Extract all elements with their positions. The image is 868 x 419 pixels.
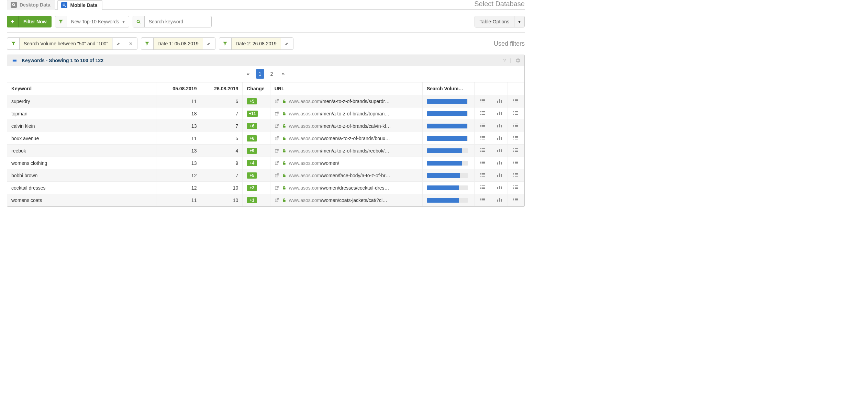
close-icon[interactable]: ✕ bbox=[125, 38, 137, 49]
cell-keyword[interactable]: cocktail dresses bbox=[7, 182, 156, 194]
svg-rect-132 bbox=[283, 188, 286, 189]
search-keyword-field[interactable] bbox=[149, 19, 207, 24]
filter-now-button[interactable]: + Filter Now bbox=[7, 16, 52, 27]
cell-url[interactable]: www.asos.com/women/coats-jackets/cat/?ci… bbox=[270, 194, 422, 206]
svg-rect-110 bbox=[513, 162, 514, 163]
row-action-menu[interactable] bbox=[508, 145, 524, 157]
cell-keyword[interactable]: superdry bbox=[7, 95, 156, 107]
external-link-icon[interactable] bbox=[275, 124, 279, 128]
tab-desktop-data[interactable]: Desktop Data bbox=[7, 0, 55, 10]
cell-date1: 12 bbox=[156, 169, 201, 182]
external-link-icon[interactable] bbox=[275, 148, 279, 153]
keyword-set-dropdown[interactable]: New Top-10 Keywords ▾ bbox=[55, 16, 129, 27]
svg-rect-139 bbox=[497, 187, 498, 189]
external-link-icon[interactable] bbox=[275, 198, 279, 203]
cell-url[interactable]: www.asos.com/women/face-body/a-to-z-of-b… bbox=[270, 169, 422, 182]
svg-rect-84 bbox=[480, 150, 481, 150]
row-action-menu[interactable] bbox=[508, 132, 524, 145]
row-action-chart[interactable] bbox=[491, 145, 508, 157]
row-action-chart[interactable] bbox=[491, 182, 508, 194]
row-action-menu[interactable] bbox=[508, 107, 524, 120]
row-action-chart[interactable] bbox=[491, 120, 508, 132]
col-header-date2[interactable]: 26.08.2019 bbox=[201, 82, 243, 95]
cell-date2: 10 bbox=[201, 194, 243, 206]
row-action-menu[interactable] bbox=[508, 95, 524, 107]
external-link-icon[interactable] bbox=[275, 185, 279, 190]
external-link-icon[interactable] bbox=[275, 99, 279, 104]
cell-keyword[interactable]: calvin klein bbox=[7, 120, 156, 132]
row-action-menu[interactable] bbox=[508, 194, 524, 206]
row-action-menu[interactable] bbox=[508, 157, 524, 169]
row-action-chart[interactable] bbox=[491, 194, 508, 206]
cell-keyword[interactable]: reebok bbox=[7, 145, 156, 157]
external-link-icon[interactable] bbox=[275, 173, 279, 178]
svg-rect-52 bbox=[480, 126, 481, 127]
cell-date1: 13 bbox=[156, 145, 201, 157]
external-link-icon[interactable] bbox=[275, 161, 279, 166]
svg-rect-119 bbox=[482, 174, 485, 175]
row-action-menu[interactable] bbox=[508, 169, 524, 182]
pager-page-2[interactable]: 2 bbox=[268, 69, 276, 79]
cell-url[interactable]: www.asos.com/women/a-to-z-of-brands/boux… bbox=[270, 132, 422, 145]
pager-last-icon[interactable]: » bbox=[279, 69, 288, 79]
pager-page-1[interactable]: 1 bbox=[256, 69, 264, 79]
cell-keyword[interactable]: topman bbox=[7, 107, 156, 120]
cell-url[interactable]: www.asos.com/women/dresses/cocktail-dres… bbox=[270, 182, 422, 194]
list-icon bbox=[512, 98, 520, 103]
row-action-chart[interactable] bbox=[491, 169, 508, 182]
col-header-date1[interactable]: 05.08.2019 bbox=[156, 82, 201, 95]
row-action-details[interactable] bbox=[474, 120, 491, 132]
row-action-details[interactable] bbox=[474, 169, 491, 182]
row-action-chart[interactable] bbox=[491, 95, 508, 107]
svg-rect-79 bbox=[515, 139, 518, 139]
svg-rect-123 bbox=[499, 173, 500, 177]
details-icon bbox=[479, 147, 487, 153]
external-link-icon[interactable] bbox=[275, 136, 279, 141]
row-action-chart[interactable] bbox=[491, 107, 508, 120]
edit-icon[interactable] bbox=[281, 38, 293, 49]
row-action-details[interactable] bbox=[474, 182, 491, 194]
cell-url[interactable]: www.asos.com/men/a-to-z-of-brands/calvin… bbox=[270, 120, 422, 132]
bar-chart-icon bbox=[495, 160, 503, 165]
tab-mobile-data[interactable]: Mobile Data bbox=[57, 0, 102, 10]
col-header-keyword[interactable]: Keyword bbox=[7, 82, 156, 95]
table-options-dropdown[interactable]: Table-Options ▾ bbox=[475, 16, 525, 27]
cell-keyword[interactable]: bobbi brown bbox=[7, 169, 156, 182]
col-header-change[interactable]: Change bbox=[243, 82, 270, 95]
pager-first-icon[interactable]: « bbox=[244, 69, 253, 79]
cell-url[interactable]: www.asos.com/women/ bbox=[270, 157, 422, 169]
cell-date2: 4 bbox=[201, 145, 243, 157]
row-action-details[interactable] bbox=[474, 107, 491, 120]
row-action-chart[interactable] bbox=[491, 157, 508, 169]
cell-url[interactable]: www.asos.com/men/a-to-z-of-brands/topman… bbox=[270, 107, 422, 120]
col-header-url[interactable]: URL bbox=[270, 82, 422, 95]
row-action-details[interactable] bbox=[474, 157, 491, 169]
external-link-icon[interactable] bbox=[275, 111, 279, 116]
row-action-menu[interactable] bbox=[508, 120, 524, 132]
row-action-details[interactable] bbox=[474, 95, 491, 107]
cell-keyword[interactable]: boux avenue bbox=[7, 132, 156, 145]
details-icon bbox=[479, 184, 487, 190]
row-action-chart[interactable] bbox=[491, 132, 508, 145]
cell-keyword[interactable]: womens coats bbox=[7, 194, 156, 206]
row-action-details[interactable] bbox=[474, 145, 491, 157]
svg-rect-109 bbox=[515, 161, 518, 161]
cell-keyword[interactable]: womens clothing bbox=[7, 157, 156, 169]
details-icon bbox=[479, 135, 487, 140]
bar-chart-icon bbox=[495, 110, 503, 116]
help-icon[interactable]: ? bbox=[503, 58, 506, 63]
row-action-menu[interactable] bbox=[508, 182, 524, 194]
svg-rect-16 bbox=[480, 100, 481, 101]
edit-icon[interactable] bbox=[203, 38, 215, 49]
cell-url[interactable]: www.asos.com/men/a-to-z-of-brands/superd… bbox=[270, 95, 422, 107]
gear-icon[interactable] bbox=[515, 58, 520, 63]
col-header-search-volume[interactable]: Search Volum… bbox=[422, 82, 474, 95]
cell-url[interactable]: www.asos.com/men/a-to-z-of-brands/reebok… bbox=[270, 145, 422, 157]
row-action-details[interactable] bbox=[474, 194, 491, 206]
select-database-link[interactable]: Select Database bbox=[474, 0, 525, 9]
row-action-details[interactable] bbox=[474, 132, 491, 145]
search-keyword-input[interactable] bbox=[133, 16, 212, 27]
svg-rect-48 bbox=[480, 124, 481, 124]
edit-icon[interactable] bbox=[112, 38, 125, 49]
svg-rect-71 bbox=[497, 138, 498, 140]
